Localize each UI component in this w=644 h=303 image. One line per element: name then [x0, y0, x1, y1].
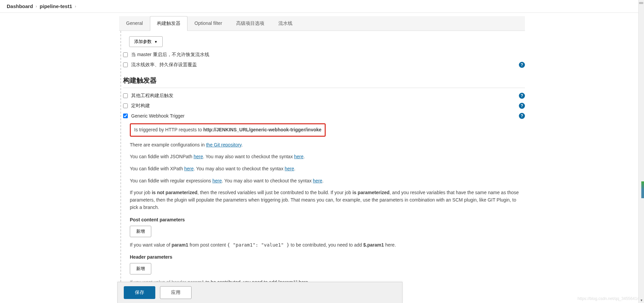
add-param-button[interactable]: 添加参数 ▼	[129, 36, 163, 47]
chevron-right-icon: ›	[75, 4, 76, 9]
webhook-details: Is triggered by HTTP requests to http://…	[123, 121, 525, 303]
link-jsonpath-here1[interactable]: here	[194, 154, 203, 159]
label-generic-webhook: Generic Webhook Trigger	[131, 113, 184, 119]
parameterized-explanation: If your job is not parameterized, then t…	[130, 187, 525, 213]
tab-triggers[interactable]: 构建触发器	[150, 16, 187, 31]
link-jsonpath-here2[interactable]: here	[294, 154, 304, 159]
add-post-content-button[interactable]: 新增	[130, 226, 151, 237]
help-icon[interactable]: ?	[519, 103, 525, 109]
header-params-heading: Header parameters	[130, 251, 525, 261]
save-button[interactable]: 保存	[124, 286, 155, 299]
help-icon[interactable]: ?	[519, 62, 525, 68]
trigger-url: http://JENKINS_URL/generic-webhook-trigg…	[203, 127, 321, 132]
caret-down-icon: ▼	[154, 40, 158, 44]
checkbox-no-resume[interactable]	[123, 52, 128, 57]
breadcrumb-root[interactable]: Dashboard	[7, 3, 33, 9]
link-regex-here1[interactable]: here	[212, 178, 222, 183]
post-content-hint: If you want value of param1 from post co…	[130, 239, 525, 251]
jsonpath-line: You can fiddle with JSONPath here. You m…	[130, 151, 525, 163]
tab-advanced[interactable]: 高级项目选项	[229, 16, 271, 31]
regex-line: You can fiddle with regular expressions …	[130, 175, 525, 187]
checkbox-efficiency[interactable]	[123, 62, 128, 67]
form-area: 添加参数 ▼ 当 master 重启后，不允许恢复流水线 流水线效率、持久保存设…	[120, 31, 525, 303]
scrollbar[interactable]: ▲ ▼	[638, 0, 644, 303]
help-icon[interactable]: ?	[519, 113, 525, 119]
add-param-label: 添加参数	[134, 39, 152, 44]
add-header-param-button[interactable]: 新增	[130, 263, 151, 274]
trigger-url-highlight: Is triggered by HTTP requests to http://…	[130, 123, 326, 137]
tab-bar: General 构建触发器 Optional filter 高级项目选项 流水线	[119, 16, 525, 31]
example-config-line: There are example configurations in the …	[130, 139, 525, 151]
link-regex-here2[interactable]: here	[313, 178, 322, 183]
tab-optional-filter[interactable]: Optional filter	[187, 16, 229, 31]
checkbox-timed[interactable]	[123, 103, 128, 108]
footer-action-bar: 保存 应用	[117, 282, 402, 303]
label-efficiency: 流水线效率、持久保存设置覆盖	[131, 62, 197, 68]
section-triggers-title: 构建触发器	[123, 70, 525, 88]
side-indicator	[641, 181, 644, 198]
trigger-text-prefix: Is triggered by HTTP requests to	[134, 127, 203, 132]
checkbox-generic-webhook[interactable]	[123, 114, 128, 118]
post-content-heading: Post content parameters	[130, 214, 525, 224]
link-git-repo[interactable]: the Git repository	[206, 142, 241, 147]
link-xpath-here2[interactable]: here	[285, 166, 294, 171]
tab-general[interactable]: General	[119, 16, 150, 31]
checkbox-build-after[interactable]	[123, 93, 128, 98]
link-xpath-here1[interactable]: here	[184, 166, 194, 171]
breadcrumb-job[interactable]: pipeline-test1	[40, 3, 72, 9]
xpath-line: You can fiddle with XPath here. You may …	[130, 163, 525, 175]
label-no-resume: 当 master 重启后，不允许恢复流水线	[131, 52, 209, 58]
apply-button[interactable]: 应用	[160, 286, 192, 299]
label-build-after: 其他工程构建后触发	[131, 93, 173, 99]
scrollbar-thumb[interactable]	[639, 2, 643, 4]
scroll-down-icon[interactable]: ▼	[639, 297, 644, 303]
main-container: General 构建触发器 Optional filter 高级项目选项 流水线…	[119, 16, 525, 303]
breadcrumb: Dashboard › pipeline-test1 ›	[0, 0, 644, 13]
tab-pipeline[interactable]: 流水线	[271, 16, 300, 31]
help-icon[interactable]: ?	[519, 93, 525, 99]
watermark: https://blog.csdn.net/qq_34556414	[578, 296, 639, 301]
label-timed: 定时构建	[131, 103, 150, 109]
chevron-right-icon: ›	[36, 4, 37, 9]
